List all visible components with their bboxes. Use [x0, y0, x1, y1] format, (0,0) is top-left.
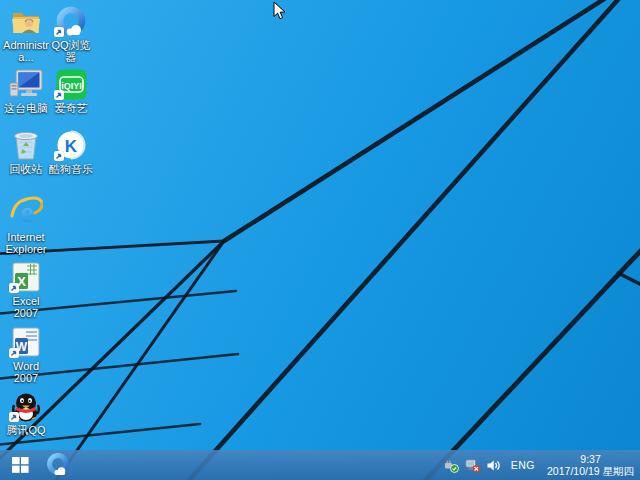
desktop[interactable]: Administra... 这台电脑 — [0, 0, 640, 480]
icon-label: Administra... — [3, 39, 49, 63]
iqiyi-logo-text: iQIYI — [61, 81, 82, 91]
mouse-cursor — [272, 1, 288, 21]
desktop-icon-administrator[interactable]: Administra... — [3, 5, 49, 63]
wallpaper — [0, 0, 640, 480]
taskbar-qq-browser-button[interactable] — [40, 450, 76, 480]
icon-label: QQ浏览器 — [48, 39, 94, 63]
desktop-icon-word-2007[interactable]: W Word 2007 — [3, 326, 49, 384]
kugou-logo-text: K — [65, 137, 78, 156]
safely-remove-hardware-icon[interactable] — [444, 458, 459, 473]
desktop-icon-qq-browser[interactable]: QQ浏览器 — [48, 5, 94, 63]
network-disconnected-icon[interactable] — [465, 458, 480, 473]
shortcut-arrow-icon — [54, 151, 64, 161]
desktop-icon-iqiyi[interactable]: iQIYI 爱奇艺 — [48, 68, 94, 114]
desktop-icon-excel-2007[interactable]: X Excel 2007 — [3, 261, 49, 319]
taskbar: ENG 9:37 2017/10/19 星期四 — [0, 450, 640, 480]
start-button[interactable] — [0, 450, 40, 480]
icon-label: 爱奇艺 — [48, 102, 94, 114]
shortcut-arrow-icon — [9, 348, 19, 358]
shortcut-arrow-icon — [54, 27, 64, 37]
icon-label: Word 2007 — [3, 360, 49, 384]
wallpaper-beams — [0, 0, 640, 480]
shortcut-arrow-icon — [9, 283, 19, 293]
icon-label: Internet Explorer — [3, 231, 49, 255]
icon-label: 这台电脑 — [3, 102, 49, 114]
clock-date: 2017/10/19 星期四 — [547, 465, 634, 477]
windows-logo-icon — [12, 457, 29, 473]
user-folder-icon — [10, 7, 42, 37]
language-indicator[interactable]: ENG — [507, 459, 539, 471]
icon-label: 酷狗音乐 — [48, 163, 94, 175]
desktop-icon-this-pc[interactable]: 这台电脑 — [3, 68, 49, 114]
icon-label: Excel 2007 — [3, 295, 49, 319]
volume-icon[interactable] — [486, 458, 501, 473]
computer-icon — [9, 69, 43, 100]
system-tray: ENG 9:37 2017/10/19 星期四 — [444, 450, 640, 480]
desktop-icon-tencent-qq[interactable]: 腾讯QQ — [3, 390, 49, 436]
icon-label: 腾讯QQ — [3, 424, 49, 436]
recycle-bin-icon — [11, 129, 41, 161]
desktop-icon-recycle-bin[interactable]: 回收站 — [3, 129, 49, 175]
icon-label: 回收站 — [3, 163, 49, 175]
shortcut-arrow-icon — [54, 90, 64, 100]
qq-browser-icon — [46, 453, 70, 477]
shortcut-arrow-icon — [9, 412, 19, 422]
internet-explorer-icon: e — [9, 193, 43, 229]
desktop-icon-kugou-music[interactable]: K 酷狗音乐 — [48, 129, 94, 175]
clock-time: 9:37 — [547, 453, 634, 465]
taskbar-clock[interactable]: 9:37 2017/10/19 星期四 — [545, 453, 636, 477]
desktop-icon-internet-explorer[interactable]: e Internet Explorer — [3, 193, 49, 255]
